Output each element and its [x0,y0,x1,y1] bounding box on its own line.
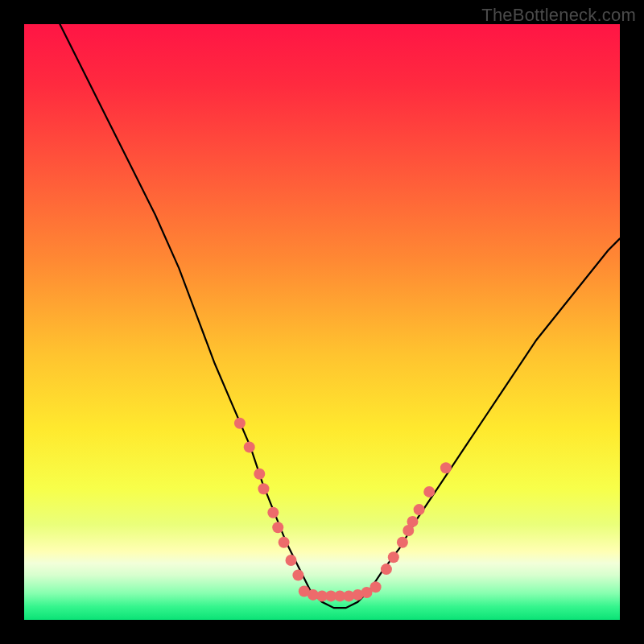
dot-curve-dots [286,555,297,566]
dot-curve-dots [244,441,255,452]
dot-curve-dots [397,537,408,548]
dot-curve-dots [414,504,425,515]
dot-curve-bottom-bar [370,581,382,592]
series-bottleneck-curve [60,24,620,608]
dot-curve-dots [407,516,418,527]
dot-curve-dots [381,564,392,575]
dot-curve-dots [279,537,290,548]
plot-area [24,24,620,620]
dot-curve-dots [272,522,283,533]
dot-curve-dots [234,418,246,429]
dot-curve-dots [292,570,303,581]
chart-svg [24,24,620,620]
dot-curve-dots [258,483,269,494]
dot-curve-dots [267,507,279,518]
dot-curve-dots [388,551,399,563]
dot-curve-dots [254,469,265,480]
watermark-text: TheBottleneck.com [481,5,636,26]
dot-curve-dots [423,486,435,497]
outer-frame: TheBottleneck.com [0,0,644,644]
dot-curve-dots [440,462,452,473]
